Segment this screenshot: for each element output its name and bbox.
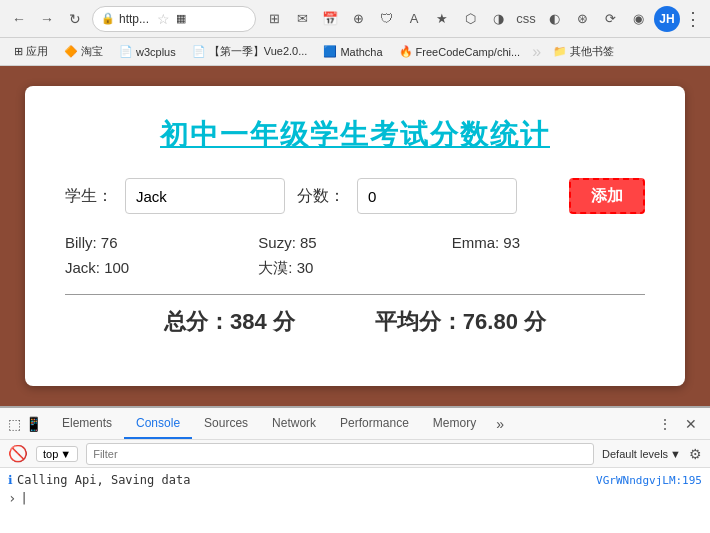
ext1-icon[interactable]: ⬡: [458, 7, 482, 31]
context-dropdown-icon: ▼: [60, 448, 71, 460]
divider: [65, 294, 645, 295]
console-toolbar: 🚫 top ▼ Default levels ▼ ⚙: [0, 440, 710, 468]
device-icon[interactable]: 📱: [25, 416, 42, 432]
vue-icon: 📄: [192, 45, 206, 58]
total-label: 总分：: [164, 309, 230, 334]
tab-sources[interactable]: Sources: [192, 408, 260, 439]
qr-icon: ▦: [176, 12, 186, 25]
refresh-button[interactable]: ↻: [64, 8, 86, 30]
tab-memory[interactable]: Memory: [421, 408, 488, 439]
devtools-tabs: Elements Console Sources Network Perform…: [50, 408, 646, 439]
avg-unit: 分: [524, 309, 546, 334]
ext5-icon[interactable]: ⊛: [570, 7, 594, 31]
calendar-icon[interactable]: 📅: [318, 7, 342, 31]
app-card: 初中一年级学生考试分数统计 学生： 分数： 添加 Billy: 76 Suzy:…: [25, 86, 685, 386]
bookmarks-bar: ⊞ 应用 🔶 淘宝 📄 w3cplus 📄 【第一季】Vue2.0... 🟦 M…: [0, 38, 710, 66]
vue-label: 【第一季】Vue2.0...: [209, 44, 308, 59]
log-level-arrow: ▼: [670, 448, 681, 460]
devtools-actions: ⋮ ✕: [646, 413, 710, 435]
mail-icon[interactable]: ✉: [290, 7, 314, 31]
main-area: 初中一年级学生考试分数统计 学生： 分数： 添加 Billy: 76 Suzy:…: [0, 66, 710, 406]
back-button[interactable]: ←: [8, 8, 30, 30]
bookmark-w3cplus[interactable]: 📄 w3cplus: [113, 43, 182, 60]
student-label: 学生：: [65, 186, 113, 207]
console-settings-icon[interactable]: ⚙: [689, 446, 702, 462]
w3c-icon: 📄: [119, 45, 133, 58]
add-button[interactable]: 添加: [569, 178, 645, 214]
console-cursor-text[interactable]: |: [20, 491, 27, 505]
console-prompt-icon: ›: [8, 490, 16, 506]
fcc-icon: 🔥: [399, 45, 413, 58]
devtools-settings-icon[interactable]: ⋮: [654, 413, 676, 435]
console-log-line: ℹ Calling Api, Saving data VGrWNndgvjLM:…: [8, 472, 702, 488]
bookmark-taobao[interactable]: 🔶 淘宝: [58, 42, 109, 61]
total-stat: 总分：384 分: [164, 307, 295, 337]
bookmark-others[interactable]: 📁 其他书签: [547, 42, 620, 61]
more-button[interactable]: ⋮: [684, 8, 702, 30]
context-value: top: [43, 448, 58, 460]
log-level-value: Default levels: [602, 448, 668, 460]
student-billy: Billy: 76: [65, 234, 258, 251]
others-label: 其他书签: [570, 44, 614, 59]
browser-top-bar: ← → ↻ 🔒 http... ☆ ▦ ⊞ ✉ 📅 ⊕ 🛡 A ★ ⬡ ◑ cs…: [0, 0, 710, 38]
bookmark-mathcha[interactable]: 🟦 Mathcha: [317, 43, 388, 60]
stats-row: 总分：384 分 平均分：76.80 分: [65, 307, 645, 337]
bookmark-fcc[interactable]: 🔥 FreeCodeCamp/chi...: [393, 43, 527, 60]
lock-icon: 🔒: [101, 12, 115, 25]
context-select[interactable]: top ▼: [36, 446, 78, 462]
student-suzy: Suzy: 85: [258, 234, 451, 251]
apps-label: 应用: [26, 44, 48, 59]
total-value: 384: [230, 309, 267, 334]
app-title: 初中一年级学生考试分数统计: [65, 116, 645, 154]
tab-network[interactable]: Network: [260, 408, 328, 439]
log-level-select[interactable]: Default levels ▼: [602, 448, 681, 460]
mathcha-icon: 🟦: [323, 45, 337, 58]
ext3-icon[interactable]: css: [514, 7, 538, 31]
apps-icon[interactable]: ⊕: [346, 7, 370, 31]
total-unit: 分: [273, 309, 295, 334]
ext7-icon[interactable]: ◉: [626, 7, 650, 31]
shield-icon[interactable]: 🛡: [374, 7, 398, 31]
folder-icon: 📁: [553, 45, 567, 58]
clear-console-icon[interactable]: 🚫: [8, 444, 28, 463]
extensions-icon[interactable]: ⊞: [262, 7, 286, 31]
tab-elements[interactable]: Elements: [50, 408, 124, 439]
devtools-top-icons: ⬚ 📱: [0, 416, 50, 432]
console-log-source[interactable]: VGrWNndgvjLM:195: [596, 474, 702, 487]
w3c-label: w3cplus: [136, 46, 176, 58]
bookmark-apps[interactable]: ⊞ 应用: [8, 42, 54, 61]
console-log-text: Calling Api, Saving data: [17, 473, 592, 487]
bookmark-icon2[interactable]: ★: [430, 7, 454, 31]
score-input[interactable]: [357, 178, 517, 214]
address-text: http...: [119, 12, 149, 26]
toolbar-icons: ⊞ ✉ 📅 ⊕ 🛡 A ★ ⬡ ◑ css ◐ ⊛ ⟳ ◉ JH ⋮: [262, 6, 702, 32]
info-icon: ℹ: [8, 473, 13, 487]
tab-performance[interactable]: Performance: [328, 408, 421, 439]
avg-value: 76.80: [463, 309, 518, 334]
address-bar[interactable]: 🔒 http... ☆ ▦: [92, 6, 256, 32]
avg-stat: 平均分：76.80 分: [375, 307, 546, 337]
tab-console[interactable]: Console: [124, 408, 192, 439]
student-jack: Jack: 100: [65, 259, 258, 278]
taobao-icon: 🔶: [64, 45, 78, 58]
ext6-icon[interactable]: ⟳: [598, 7, 622, 31]
console-filter-input[interactable]: [86, 443, 594, 465]
console-input-line: › |: [8, 488, 702, 508]
taobao-label: 淘宝: [81, 44, 103, 59]
console-output: ℹ Calling Api, Saving data VGrWNndgvjLM:…: [0, 468, 710, 533]
devtools-close-icon[interactable]: ✕: [680, 413, 702, 435]
mathcha-label: Mathcha: [340, 46, 382, 58]
profile-button[interactable]: JH: [654, 6, 680, 32]
input-row: 学生： 分数： 添加: [65, 178, 645, 214]
student-input[interactable]: [125, 178, 285, 214]
inspect-icon[interactable]: ⬚: [8, 416, 21, 432]
bookmark-vue[interactable]: 📄 【第一季】Vue2.0...: [186, 42, 314, 61]
student-damo: 大漠: 30: [258, 259, 451, 278]
apps-grid-icon: ⊞: [14, 45, 23, 58]
translate-icon[interactable]: A: [402, 7, 426, 31]
ext2-icon[interactable]: ◑: [486, 7, 510, 31]
forward-button[interactable]: →: [36, 8, 58, 30]
fcc-label: FreeCodeCamp/chi...: [416, 46, 521, 58]
ext4-icon[interactable]: ◐: [542, 7, 566, 31]
devtools-more-tabs[interactable]: »: [488, 408, 512, 439]
